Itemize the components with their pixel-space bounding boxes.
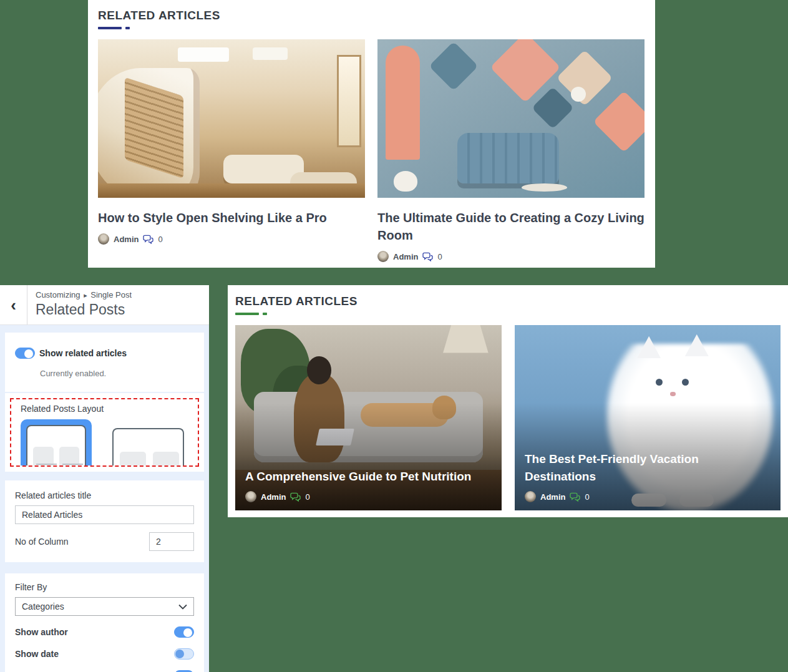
article-title-link[interactable]: How to Style Open Shelving Like a Pro xyxy=(98,209,365,226)
placeholder-card xyxy=(33,447,54,467)
chevron-left-icon: ‹ xyxy=(11,297,16,313)
show-date-toggle[interactable] xyxy=(174,648,194,660)
layout-option-text-below[interactable] xyxy=(112,428,184,467)
author-avatar xyxy=(98,233,109,245)
show-author-row: Show author xyxy=(15,626,194,638)
status-note: Currently enabled. xyxy=(40,369,194,378)
show-date-row: Show date xyxy=(15,648,194,660)
heading-underline xyxy=(98,27,645,29)
edit-highlight-region: Related Posts Layout xyxy=(10,398,199,467)
breadcrumb-section: Single Post xyxy=(90,290,132,299)
author-name[interactable]: Admin xyxy=(114,235,139,244)
filter-by-label: Filter By xyxy=(15,582,194,592)
article-meta: Admin 0 xyxy=(377,251,645,262)
related-title-label: Related articles title xyxy=(15,490,194,500)
back-button[interactable]: ‹ xyxy=(0,285,27,324)
comment-count: 0 xyxy=(305,492,309,502)
comments-icon xyxy=(422,252,433,261)
author-name[interactable]: Admin xyxy=(261,492,286,502)
article-title-link[interactable]: The Ultimate Guide to Creating a Cozy Li… xyxy=(377,209,645,244)
filter-section: Filter By Categories Show author Show da… xyxy=(5,573,204,672)
article-meta: Admin 0 xyxy=(525,491,771,502)
article-meta: Admin 0 xyxy=(98,233,365,245)
breadcrumb-arrow-icon: ▸ xyxy=(84,291,87,299)
layout-thumb-frame xyxy=(26,425,86,467)
comments-icon xyxy=(143,235,153,244)
heading-underline xyxy=(235,313,781,315)
right-preview-panel: RELATED ARTICLES A Comprehensive Guide t… xyxy=(228,285,788,517)
layout-label: Related Posts Layout xyxy=(21,404,198,414)
article-card-overlay[interactable]: The Best Pet-Friendly Vacation Destinati… xyxy=(515,325,781,510)
show-related-setting: Show related articles Currently enabled. xyxy=(5,333,204,392)
article-card-overlay[interactable]: A Comprehensive Guide to Pet Nutrition A… xyxy=(235,325,502,510)
comment-count: 0 xyxy=(585,492,589,502)
article-image-staircase-interior[interactable] xyxy=(98,39,365,198)
author-name[interactable]: Admin xyxy=(393,252,418,261)
panel-title: Related Posts xyxy=(36,301,132,318)
filter-by-select[interactable]: Categories xyxy=(15,597,194,616)
comment-count: 0 xyxy=(158,235,162,244)
chevron-down-icon xyxy=(178,601,187,611)
author-avatar xyxy=(245,491,256,502)
show-related-toggle-row[interactable]: Show related articles xyxy=(15,348,194,359)
article-card[interactable]: The Ultimate Guide to Creating a Cozy Li… xyxy=(377,39,645,262)
article-title-link[interactable]: The Best Pet-Friendly Vacation Destinati… xyxy=(525,450,771,485)
customizer-sidebar: ‹ Customizing ▸ Single Post Related Post… xyxy=(0,285,209,672)
article-meta: Admin 0 xyxy=(245,491,492,502)
fields-section: Related articles title No of Column xyxy=(5,480,204,562)
filter-by-value: Categories xyxy=(22,601,64,611)
show-related-toggle[interactable] xyxy=(15,348,35,359)
author-avatar xyxy=(525,491,536,502)
placeholder-card xyxy=(120,452,146,467)
layout-setting: Related Posts Layout xyxy=(5,393,204,472)
columns-label: No of Column xyxy=(15,537,69,547)
article-image-geometric-living-room[interactable] xyxy=(377,39,645,198)
comments-icon xyxy=(570,492,580,502)
placeholder-card xyxy=(59,447,80,467)
article-title-link[interactable]: A Comprehensive Guide to Pet Nutrition xyxy=(245,468,492,485)
layout-option-overlay-selected[interactable] xyxy=(21,419,92,467)
show-related-label: Show related articles xyxy=(39,348,127,358)
comments-icon xyxy=(290,492,301,502)
breadcrumb: Customizing ▸ Single Post xyxy=(36,290,132,299)
related-title-input[interactable] xyxy=(15,505,194,524)
placeholder-card xyxy=(153,452,179,467)
author-name[interactable]: Admin xyxy=(540,492,565,502)
comment-count: 0 xyxy=(437,252,442,261)
breadcrumb-root: Customizing xyxy=(36,290,80,299)
related-articles-heading: RELATED ARTICLES xyxy=(235,295,781,308)
customizer-header: ‹ Customizing ▸ Single Post Related Post… xyxy=(0,285,209,325)
show-author-label: Show author xyxy=(15,627,68,637)
show-author-toggle[interactable] xyxy=(174,626,194,638)
author-avatar xyxy=(377,251,389,262)
related-articles-heading: RELATED ARTICLES xyxy=(98,9,645,22)
columns-input[interactable] xyxy=(149,532,194,551)
top-preview-panel: RELATED ARTICLES How to Style Open Shelv… xyxy=(88,0,655,268)
article-card[interactable]: How to Style Open Shelving Like a Pro Ad… xyxy=(98,39,365,262)
show-date-label: Show date xyxy=(15,649,59,659)
